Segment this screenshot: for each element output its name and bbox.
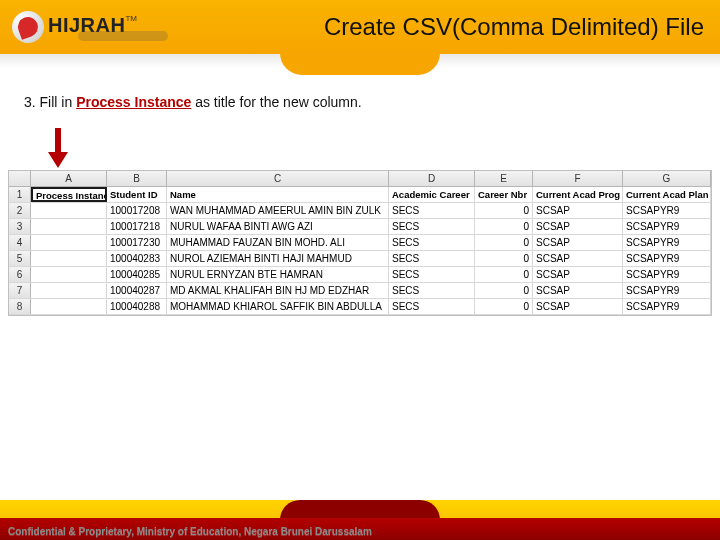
logo-crest-icon: [12, 11, 44, 43]
cell[interactable]: 0: [475, 267, 533, 282]
cell[interactable]: Name: [167, 187, 389, 202]
cell[interactable]: NURUL WAFAA BINTI AWG AZI: [167, 219, 389, 234]
cell[interactable]: 0: [475, 283, 533, 298]
red-arrow-icon: [48, 128, 720, 168]
cell[interactable]: SCSAP: [533, 283, 623, 298]
cell[interactable]: Career Nbr: [475, 187, 533, 202]
column-header[interactable]: C: [167, 171, 389, 186]
table-row: 6100040285NURUL ERNYZAN BTE HAMRANSECS0S…: [9, 267, 711, 283]
cell[interactable]: Academic Career: [389, 187, 475, 202]
cell[interactable]: 0: [475, 219, 533, 234]
row-header[interactable]: 6: [9, 267, 31, 282]
select-all-corner[interactable]: [9, 171, 31, 186]
cell[interactable]: SECS: [389, 219, 475, 234]
column-header[interactable]: B: [107, 171, 167, 186]
cell[interactable]: SCSAPYR9: [623, 267, 711, 282]
row-header[interactable]: 5: [9, 251, 31, 266]
cell[interactable]: SCSAPYR9: [623, 219, 711, 234]
column-headers-row: A B C D E F G: [9, 171, 711, 187]
row-header[interactable]: 3: [9, 219, 31, 234]
cell[interactable]: SECS: [389, 267, 475, 282]
cell[interactable]: [31, 299, 107, 314]
cell[interactable]: MUHAMMAD FAUZAN BIN MOHD. ALI: [167, 235, 389, 250]
svg-rect-0: [55, 128, 61, 152]
logo-tm: TM: [125, 14, 137, 23]
cell[interactable]: SCSAP: [533, 251, 623, 266]
cell[interactable]: SCSAP: [533, 235, 623, 250]
cell[interactable]: 100017208: [107, 203, 167, 218]
cell[interactable]: Student ID: [107, 187, 167, 202]
table-row: 5100040283NUROL AZIEMAH BINTI HAJI MAHMU…: [9, 251, 711, 267]
table-row: 8100040288MOHAMMAD KHIAROL SAFFIK BIN AB…: [9, 299, 711, 315]
cell[interactable]: SCSAPYR9: [623, 235, 711, 250]
column-header[interactable]: D: [389, 171, 475, 186]
cell[interactable]: SECS: [389, 203, 475, 218]
cell[interactable]: [31, 235, 107, 250]
row-header[interactable]: 7: [9, 283, 31, 298]
column-header[interactable]: F: [533, 171, 623, 186]
column-header[interactable]: G: [623, 171, 711, 186]
instruction-rest: as title for the new column.: [191, 94, 361, 110]
footer-text: Confidential & Proprietary, Ministry of …: [8, 526, 372, 537]
cell[interactable]: SECS: [389, 251, 475, 266]
cell[interactable]: NURUL ERNYZAN BTE HAMRAN: [167, 267, 389, 282]
cell[interactable]: SCSAPYR9: [623, 203, 711, 218]
header-notch: [280, 53, 440, 75]
cell[interactable]: [31, 203, 107, 218]
cell[interactable]: 100017230: [107, 235, 167, 250]
footer-notch: [280, 500, 440, 520]
cell[interactable]: SCSAPYR9: [623, 299, 711, 314]
cell[interactable]: [31, 219, 107, 234]
svg-marker-1: [48, 152, 68, 168]
cell[interactable]: 0: [475, 235, 533, 250]
logo-subline: [78, 31, 168, 41]
header-bar: HIJRAHTM Create CSV(Comma Delimited) Fil…: [0, 0, 720, 54]
row-header[interactable]: 8: [9, 299, 31, 314]
cell[interactable]: 100040285: [107, 267, 167, 282]
cell[interactable]: SCSAP: [533, 267, 623, 282]
cell[interactable]: 0: [475, 203, 533, 218]
cell[interactable]: 0: [475, 251, 533, 266]
cell[interactable]: Current Acad Plan: [623, 187, 711, 202]
spreadsheet: A B C D E F G 1Process InstanceStudent I…: [8, 170, 712, 316]
cell[interactable]: Current Acad Prog: [533, 187, 623, 202]
cell[interactable]: SCSAP: [533, 203, 623, 218]
cell[interactable]: 0: [475, 299, 533, 314]
header-underline: [0, 54, 720, 68]
column-header[interactable]: A: [31, 171, 107, 186]
cell[interactable]: SECS: [389, 235, 475, 250]
instruction-highlight: Process Instance: [76, 94, 191, 110]
cell[interactable]: 100040283: [107, 251, 167, 266]
cell[interactable]: 100040288: [107, 299, 167, 314]
cell[interactable]: [31, 267, 107, 282]
cell[interactable]: 100040287: [107, 283, 167, 298]
cell[interactable]: NUROL AZIEMAH BINTI HAJI MAHMUD: [167, 251, 389, 266]
cell[interactable]: WAN MUHAMMAD AMEERUL AMIN BIN ZULK: [167, 203, 389, 218]
table-row: 7100040287MD AKMAL KHALIFAH BIN HJ MD ED…: [9, 283, 711, 299]
logo: HIJRAHTM: [12, 11, 168, 43]
cell[interactable]: [31, 251, 107, 266]
column-header[interactable]: E: [475, 171, 533, 186]
cell[interactable]: [31, 283, 107, 298]
row-header[interactable]: 2: [9, 203, 31, 218]
cell[interactable]: SCSAPYR9: [623, 283, 711, 298]
cell[interactable]: SECS: [389, 283, 475, 298]
row-header[interactable]: 4: [9, 235, 31, 250]
page-title: Create CSV(Comma Delimited) File: [168, 13, 708, 41]
row-header[interactable]: 1: [9, 187, 31, 202]
cell[interactable]: SCSAP: [533, 219, 623, 234]
cell[interactable]: Process Instance: [31, 187, 107, 202]
footer-bar: Confidential & Proprietary, Ministry of …: [0, 500, 720, 540]
cell[interactable]: 100017218: [107, 219, 167, 234]
cell[interactable]: SCSAP: [533, 299, 623, 314]
cell[interactable]: SCSAPYR9: [623, 251, 711, 266]
cell[interactable]: MD AKMAL KHALIFAH BIN HJ MD EDZHAR: [167, 283, 389, 298]
cell[interactable]: MOHAMMAD KHIAROL SAFFIK BIN ABDULLA: [167, 299, 389, 314]
table-row: 1Process InstanceStudent IDNameAcademic …: [9, 187, 711, 203]
table-row: 4100017230MUHAMMAD FAUZAN BIN MOHD. ALIS…: [9, 235, 711, 251]
instruction-step: 3. Fill in: [24, 94, 76, 110]
cell[interactable]: SECS: [389, 299, 475, 314]
table-row: 3100017218NURUL WAFAA BINTI AWG AZISECS0…: [9, 219, 711, 235]
table-row: 2100017208WAN MUHAMMAD AMEERUL AMIN BIN …: [9, 203, 711, 219]
